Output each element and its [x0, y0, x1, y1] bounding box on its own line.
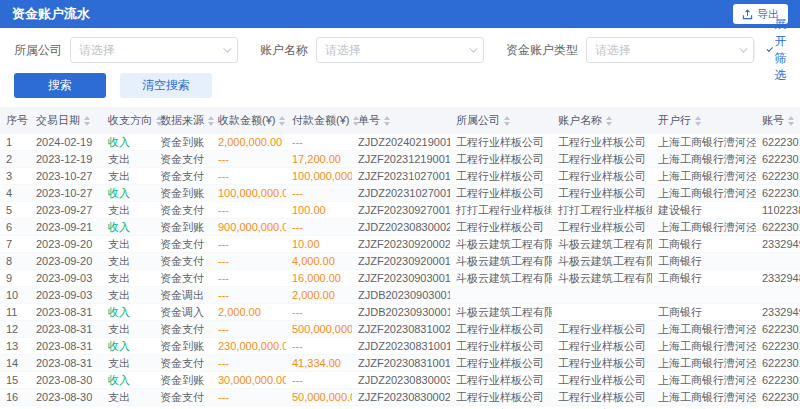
company-select[interactable]: 请选择: [70, 37, 238, 63]
cell-direction: 支出: [102, 355, 154, 372]
cell-source: 资金到账: [154, 134, 212, 151]
column-header[interactable]: 账户名称: [552, 107, 652, 134]
table-row: 142023-08-31支出资金支付---41,334.00ZJZF202308…: [0, 355, 800, 372]
sort-icon[interactable]: [788, 116, 794, 126]
sort-icon[interactable]: [279, 116, 285, 126]
sort-icon[interactable]: [208, 116, 214, 126]
cell-account: 工程行业样板公司: [552, 134, 652, 151]
table-header-row: 序号交易日期收支方向数据来源收款金额(¥)付款金额(¥)单号所属公司账户名称开户…: [0, 107, 800, 134]
cell-source: 资金到账: [154, 185, 212, 202]
clear-search-button[interactable]: 清空搜索: [120, 73, 212, 98]
cell-pay: 2,000.00: [286, 287, 352, 304]
cell-date: 2023-08-31: [30, 338, 102, 355]
cell-order: ZJZF20230830001: [352, 406, 450, 409]
column-header-label: 所属公司: [456, 114, 500, 126]
column-header-label: 账号: [762, 114, 784, 126]
cell-date: 2023-08-31: [30, 304, 102, 321]
chevron-down-icon: [739, 44, 747, 52]
table-body: 12024-02-19收入资金到账2,000,000.00---ZJDZ2024…: [0, 134, 800, 409]
cell-receive: ---: [212, 270, 286, 287]
expand-filters-link[interactable]: 展开筛选: [754, 41, 790, 59]
cell-number: 62223011: [756, 355, 800, 372]
account-type-filter-label: 资金账户类型: [506, 42, 578, 59]
cell-company: 斗极云建筑工程有限公司: [450, 236, 552, 253]
column-header-label: 单号: [358, 114, 380, 126]
cell-order: ZJZF20230831002: [352, 321, 450, 338]
column-header[interactable]: 所属公司: [450, 107, 552, 134]
cell-direction: 支出: [102, 236, 154, 253]
cell-account: 工程行业样板公司: [552, 372, 652, 389]
cell-order: ZJZF20230830002: [352, 389, 450, 406]
cell-order: ZJZF20231027001: [352, 168, 450, 185]
cell-account: 斗极云建筑工程有限公司: [552, 253, 652, 270]
cell-pay: 100.00: [286, 202, 352, 219]
column-header[interactable]: 账号: [756, 107, 800, 134]
column-header-label: 收款金额(¥): [218, 114, 275, 126]
cell-date: 2023-09-20: [30, 253, 102, 270]
cell-direction: 支出: [102, 270, 154, 287]
column-header-label: 数据来源: [160, 114, 204, 126]
column-header[interactable]: 收款金额(¥): [212, 107, 286, 134]
cell-bank: 上海工商银行漕河泾支行: [652, 355, 756, 372]
column-header[interactable]: 数据来源: [154, 107, 212, 134]
cell-company: 工程行业样板公司: [450, 151, 552, 168]
cell-receive: ---: [212, 355, 286, 372]
cell-company: [450, 287, 552, 304]
search-button[interactable]: 搜索: [14, 73, 106, 98]
cell-no: 7: [0, 236, 30, 253]
cell-date: 2023-09-27: [30, 202, 102, 219]
cell-company: 工程行业样板公司: [450, 321, 552, 338]
cell-order: ZJDZ20230830003: [352, 372, 450, 389]
cell-source: 资金支付: [154, 355, 212, 372]
sort-icon[interactable]: [384, 116, 390, 126]
column-header[interactable]: 开户行: [652, 107, 756, 134]
cell-account: [552, 304, 652, 321]
filter-group-account: 账户名称 请选择: [260, 37, 484, 63]
column-header-label: 账户名称: [558, 114, 602, 126]
cell-source: 资金支付: [154, 406, 212, 409]
cell-company: 斗极云建筑工程有限公司: [450, 304, 552, 321]
column-header[interactable]: 付款金额(¥): [286, 107, 352, 134]
cell-bank: 上海工商银行漕河泾支行: [652, 389, 756, 406]
cell-date: 2023-09-03: [30, 270, 102, 287]
cell-pay: 4,000.00: [286, 253, 352, 270]
cell-order: ZJZF20230903001: [352, 270, 450, 287]
cell-receive: ---: [212, 202, 286, 219]
cell-account: 工程行业样板公司: [552, 185, 652, 202]
sort-icon[interactable]: [504, 116, 510, 126]
sort-icon[interactable]: [606, 116, 612, 126]
cell-bank: [652, 287, 756, 304]
table-row: 132023-08-31收入资金到账230,000,000.00---ZJDZ2…: [0, 338, 800, 355]
cell-pay: ---: [286, 134, 352, 151]
column-header[interactable]: 交易日期: [30, 107, 102, 134]
cell-pay: 3,320.00: [286, 406, 352, 409]
column-header-label: 收支方向: [108, 114, 152, 126]
cell-order: ZJDZ20230830002: [352, 219, 450, 236]
cell-receive: ---: [212, 236, 286, 253]
cell-account: 工程行业样板公司: [552, 168, 652, 185]
table-row: 12024-02-19收入资金到账2,000,000.00---ZJDZ2024…: [0, 134, 800, 151]
sort-icon[interactable]: [695, 116, 701, 126]
table-row: 102023-09-03支出资金调出---2,000.00ZJDB2023090…: [0, 287, 800, 304]
cell-bank: 上海工商银行漕河泾支行: [652, 168, 756, 185]
account-type-select[interactable]: 请选择: [586, 37, 754, 63]
cell-bank: 工商银行: [652, 236, 756, 253]
cell-receive: 2,000.00: [212, 304, 286, 321]
cell-direction: 收入: [102, 185, 154, 202]
cell-bank: 工商银行: [652, 270, 756, 287]
cell-receive: ---: [212, 321, 286, 338]
sort-icon[interactable]: [84, 116, 90, 126]
account-select[interactable]: 请选择: [316, 37, 484, 63]
cell-no: 9: [0, 270, 30, 287]
transactions-table: 序号交易日期收支方向数据来源收款金额(¥)付款金额(¥)单号所属公司账户名称开户…: [0, 107, 800, 409]
cell-bank: 建设银行: [652, 202, 756, 219]
cell-receive: ---: [212, 406, 286, 409]
cell-company: 工程行业样板公司: [450, 389, 552, 406]
cell-account: 打打工程行业样板街: [552, 202, 652, 219]
column-header[interactable]: 单号: [352, 107, 450, 134]
cell-pay: 41,334.00: [286, 355, 352, 372]
column-header[interactable]: 收支方向: [102, 107, 154, 134]
cell-company: 工程行业样板公司: [450, 338, 552, 355]
cell-source: 资金调入: [154, 304, 212, 321]
cell-direction: 收入: [102, 338, 154, 355]
